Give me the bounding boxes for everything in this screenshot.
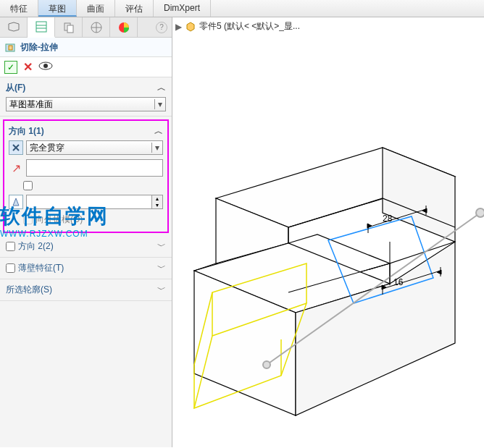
pm-tab-appearance[interactable] — [110, 17, 138, 38]
tab-evaluate[interactable]: 评估 — [115, 0, 154, 17]
svg-point-20 — [263, 361, 270, 368]
tab-sketch[interactable]: 草图 — [38, 0, 77, 17]
dir1-label: 方向 1(1) — [9, 125, 44, 138]
dropdown-arrow-icon: ▾ — [154, 99, 162, 109]
from-label: 从(F) — [6, 82, 25, 94]
breadcrumb: ▶ 零件5 (默认< <默认>_显... — [175, 20, 300, 33]
pm-tab-feature[interactable] — [0, 17, 28, 38]
pm-tab-dim[interactable] — [83, 17, 110, 38]
dir2-label: 方向 2(2) — [18, 240, 54, 253]
contour-label: 所选轮廓(S) — [6, 284, 52, 296]
dimension-16: 16 — [393, 277, 404, 287]
svg-rect-15 — [9, 46, 12, 50]
preview-button[interactable] — [38, 61, 53, 73]
direction-reference-field[interactable] — [26, 159, 163, 177]
chevron-down-icon: ﹀ — [157, 240, 166, 253]
model-view: 28 16 — [172, 54, 484, 444]
from-value: 草图基准面 — [9, 98, 53, 111]
thin-label: 薄壁特征(T) — [18, 262, 64, 274]
chevron-up-icon[interactable]: ︿ — [157, 82, 166, 94]
reverse-direction-icon[interactable] — [9, 140, 23, 155]
dimension-28: 28 — [383, 214, 393, 224]
section-from: 从(F) ︿ 草图基准面 ▾ — [0, 77, 172, 117]
part-icon — [185, 21, 196, 33]
tab-surfaces[interactable]: 曲面 — [77, 0, 115, 17]
dir2-checkbox[interactable] — [6, 242, 15, 251]
pm-tab-config[interactable] — [55, 17, 83, 38]
svg-point-19 — [476, 208, 484, 217]
feature-title-text: 切除-拉伸 — [20, 41, 58, 54]
section-dir2[interactable]: 方向 2(2) ﹀ — [0, 236, 172, 258]
draft-angle-field[interactable] — [26, 195, 152, 209]
tab-features[interactable]: 特征 — [0, 0, 38, 17]
draft-icon[interactable] — [9, 195, 23, 209]
tab-dimxpert[interactable]: DimXpert — [154, 0, 211, 17]
spinner-up-icon[interactable]: ▲ — [152, 195, 162, 202]
direction-vector-icon[interactable]: ↗ — [9, 161, 23, 175]
breadcrumb-part[interactable]: 零件5 (默认< <默认>_显... — [199, 20, 300, 33]
thin-checkbox[interactable] — [6, 263, 15, 273]
chevron-up-icon[interactable]: ︿ — [154, 125, 163, 138]
cancel-button[interactable]: ✕ — [23, 60, 33, 74]
end-condition-dropdown[interactable]: 完全贯穿 ▾ — [26, 140, 163, 155]
pm-tab-property[interactable] — [28, 17, 55, 38]
draft-outward-label: 向外拔模(O) — [36, 214, 83, 226]
svg-rect-5 — [36, 22, 46, 32]
ribbon-tabs: 特征 草图 曲面 评估 DimXpert — [0, 0, 484, 17]
section-thin[interactable]: 薄壁特征(T) ﹀ — [0, 258, 172, 279]
section-contour[interactable]: 所选轮廓(S) ﹀ — [0, 279, 172, 301]
cut-extrude-icon — [4, 41, 17, 54]
graphics-viewport[interactable]: ▶ 零件5 (默认< <默认>_显... — [172, 17, 484, 447]
svg-rect-9 — [67, 25, 73, 33]
dropdown-arrow-icon: ▾ — [151, 143, 159, 153]
end-condition-value: 完全贯穿 — [30, 142, 64, 154]
draft-outward-checkbox — [23, 215, 33, 224]
direction1-highlight: 方向 1(1) ︿ 完全贯穿 ▾ ↗ — [3, 119, 169, 233]
ok-button[interactable]: ✓ — [4, 61, 17, 74]
breadcrumb-arrow-icon[interactable]: ▶ — [175, 22, 182, 32]
chevron-down-icon: ﹀ — [157, 262, 166, 274]
chevron-down-icon: ﹀ — [157, 284, 166, 296]
svg-point-17 — [43, 64, 48, 68]
help-icon[interactable]: ? — [156, 22, 167, 33]
spinner-down-icon[interactable]: ▼ — [152, 202, 162, 208]
feature-title-bar: 切除-拉伸 — [0, 38, 172, 57]
property-manager: ? 切除-拉伸 ✓ ✕ 从(F) ︿ 草图基准面 ▾ 方向 1(1) ︿ — [0, 17, 172, 447]
flip-side-checkbox[interactable] — [23, 181, 33, 190]
from-dropdown[interactable]: 草图基准面 ▾ — [6, 97, 166, 111]
